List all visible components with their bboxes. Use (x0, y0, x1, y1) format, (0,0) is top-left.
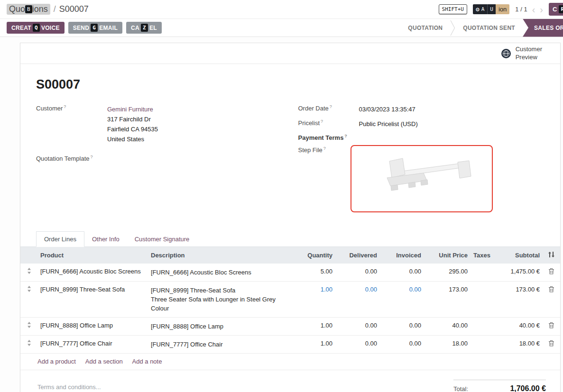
table-row[interactable]: [FURN_6666] Acoustic Bloc Screens [FURN_… (20, 264, 560, 282)
header-description[interactable]: Description (148, 247, 293, 264)
cell-quantity[interactable]: 1.00 (293, 282, 335, 318)
tab-customer-signature[interactable]: Customer Signature (127, 232, 197, 246)
tab-order-lines[interactable]: Order Lines (36, 231, 84, 247)
header-subtotal[interactable]: Subtotal (495, 247, 543, 264)
drag-handle-icon[interactable] (27, 322, 31, 329)
cell-invoiced[interactable]: 0.00 (380, 264, 424, 282)
cell-product[interactable]: [FURN_7777] Office Chair (37, 336, 148, 354)
kbd-badge: G (91, 24, 98, 32)
order-date-value[interactable]: 03/03/2023 13:35:47 (359, 104, 415, 114)
step-file-image[interactable] (351, 145, 493, 212)
help-marker: ? (321, 119, 323, 124)
control-panel: CREATQVOICE SENDGEMAIL CAZEL QUOTATION Q… (0, 19, 563, 37)
cell-unit-price[interactable]: 295.00 (424, 264, 471, 282)
cell-subtotal: 1,475.00 € (495, 264, 543, 282)
add-a-section-link[interactable]: Add a section (85, 358, 123, 365)
customer-value: Gemini Furniture 317 Fairchild Dr Fairfi… (107, 104, 158, 144)
action-buttons: CREATQVOICE SENDGEMAIL CAZEL (7, 22, 162, 34)
cell-quantity[interactable]: 1.00 (293, 336, 335, 354)
table-row[interactable]: [FURN_8999] Three-Seat Sofa [FURN_8999] … (20, 282, 560, 318)
table-row[interactable]: [FURN_8888] Office Lamp [FURN_8888] Offi… (20, 318, 560, 336)
header-invoiced[interactable]: Invoiced (380, 247, 424, 264)
customer-link[interactable]: Gemini Furniture (107, 104, 158, 114)
cell-invoiced[interactable]: 0.00 (380, 282, 424, 318)
cell-quantity[interactable]: 1.00 (293, 318, 335, 336)
cell-invoiced[interactable]: 0.00 (380, 318, 424, 336)
pager: 1 / 1 ‹ › (515, 5, 543, 14)
terms-placeholder[interactable]: Terms and conditions... (37, 380, 101, 391)
corner-create-label: C (553, 6, 557, 13)
add-a-note-link[interactable]: Add a note (132, 358, 162, 365)
cell-invoiced[interactable]: 0.00 (380, 336, 424, 354)
cell-delivered[interactable]: 0.00 (335, 282, 380, 318)
drag-handle-icon[interactable] (27, 286, 31, 293)
cell-taxes[interactable] (471, 318, 495, 336)
cell-product[interactable]: [FURN_8888] Office Lamp (37, 318, 148, 336)
drag-handle-icon[interactable] (27, 340, 31, 347)
gear-icon: ⚙ (476, 6, 480, 13)
cell-quantity[interactable]: 5.00 (293, 264, 335, 282)
help-marker: ? (330, 104, 332, 109)
cell-description[interactable]: [FURN_8999] Three-Seat Sofa Three Seater… (148, 282, 293, 318)
create-invoice-button[interactable]: CREATQVOICE (7, 22, 65, 34)
header-unit-price[interactable]: Unit Price (424, 247, 471, 264)
cell-delivered[interactable]: 0.00 (335, 264, 380, 282)
send-email-button[interactable]: SENDGEMAIL (68, 22, 122, 34)
drag-handle-icon[interactable] (27, 268, 31, 275)
action-menu-button[interactable]: ⚙A U ion (473, 4, 509, 14)
pricelist-value[interactable]: Public Pricelist (USD) (359, 119, 418, 129)
cell-product[interactable]: [FURN_8999] Three-Seat Sofa (37, 282, 148, 318)
cell-product[interactable]: [FURN_6666] Acoustic Bloc Screens (37, 264, 148, 282)
cancel-button[interactable]: CAZEL (126, 22, 162, 34)
button-label-post: EL (149, 25, 157, 31)
corner-create-button[interactable]: CR (549, 3, 563, 16)
customer-address-line: 317 Fairchild Dr (107, 114, 158, 124)
breadcrumb-text-pre: Quo (9, 4, 25, 14)
status-sales-order[interactable]: SALES ORDER (523, 19, 563, 37)
header-delivered[interactable]: Delivered (335, 247, 380, 264)
delete-row-icon[interactable] (548, 340, 554, 348)
cell-taxes[interactable] (471, 282, 495, 318)
pager-next-icon[interactable]: › (540, 5, 543, 14)
delete-row-icon[interactable] (548, 322, 554, 330)
cell-description[interactable]: [FURN_7777] Office Chair (148, 336, 293, 354)
header-quantity[interactable]: Quantity (293, 247, 335, 264)
header-product[interactable]: Product (37, 247, 148, 264)
customer-preview-button[interactable]: Customer Preview (501, 46, 542, 61)
cell-delivered[interactable]: 0.00 (335, 318, 380, 336)
list-footer-links: Add a product Add a section Add a note (20, 354, 560, 370)
total-label: Total: (453, 385, 468, 392)
header-taxes[interactable]: Taxes (471, 247, 495, 264)
cell-description[interactable]: [FURN_8888] Office Lamp (148, 318, 293, 336)
tab-other-info[interactable]: Other Info (84, 232, 127, 246)
kbd-shortcut-badge: SHIFT+U (439, 4, 467, 14)
toggle-columns-icon[interactable] (548, 252, 555, 259)
help-marker: ? (91, 155, 93, 159)
notebook-tabs: Order Lines Other Info Customer Signatur… (20, 231, 560, 247)
cell-taxes[interactable] (471, 336, 495, 354)
cell-taxes[interactable] (471, 264, 495, 282)
customer-preview-label: Customer Preview (516, 46, 542, 61)
sheet-footer: Terms and conditions... Total: 1,706.00 … (20, 370, 560, 392)
field-payment-terms: Payment Terms? (298, 134, 542, 141)
delete-row-icon[interactable] (548, 286, 554, 294)
total-amount: 1,706.00 € (510, 384, 546, 392)
statusbar: QUOTATION QUOTATION SENT SALES ORDER (400, 19, 563, 36)
cell-delivered[interactable]: 0.00 (335, 336, 380, 354)
sheet-body: S00007 Customer? Gemini Furniture 317 Fa… (20, 64, 560, 217)
cell-unit-price[interactable]: 18.00 (424, 336, 471, 354)
pager-previous-icon[interactable]: ‹ (532, 5, 535, 14)
cell-description[interactable]: [FURN_6666] Acoustic Bloc Screens (148, 264, 293, 282)
add-a-product-link[interactable]: Add a product (37, 358, 76, 365)
breadcrumb: QuoBions / S00007 (7, 4, 439, 15)
delete-row-icon[interactable] (548, 268, 554, 276)
table-row[interactable]: [FURN_7777] Office Chair [FURN_7777] Off… (20, 336, 560, 354)
field-quotation-template: Quotation Template? (36, 155, 279, 162)
cell-unit-price[interactable]: 173.00 (424, 282, 471, 318)
kbd-badge: Q (33, 24, 40, 32)
sheet-button-box: Customer Preview (20, 43, 560, 64)
breadcrumb-quotations-link[interactable]: QuoBions (7, 4, 50, 15)
cell-unit-price[interactable]: 40.00 (424, 318, 471, 336)
status-quotation[interactable]: QUOTATION (400, 25, 450, 31)
status-quotation-sent[interactable]: QUOTATION SENT (455, 25, 523, 31)
